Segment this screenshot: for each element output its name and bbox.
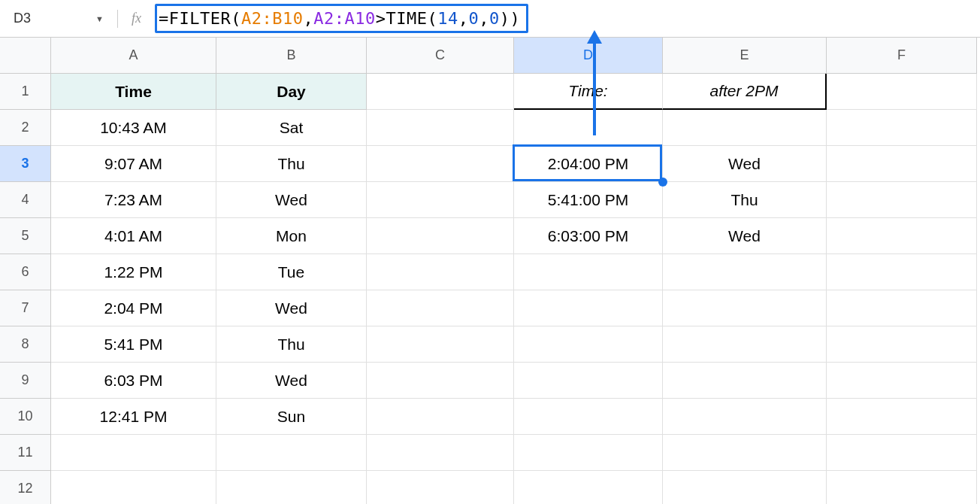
- cell-B7[interactable]: Wed: [216, 290, 367, 326]
- cell-C7[interactable]: [367, 290, 514, 326]
- row-header-9[interactable]: 9: [0, 363, 51, 399]
- cell-D11[interactable]: [514, 435, 663, 471]
- column-header-D[interactable]: D: [514, 38, 663, 74]
- row-header-6[interactable]: 6: [0, 254, 51, 290]
- cell-D8[interactable]: [514, 326, 663, 363]
- cell-D9[interactable]: [514, 363, 663, 399]
- cell-C1[interactable]: [367, 74, 514, 110]
- cell-A11[interactable]: [51, 435, 216, 471]
- cell-F10[interactable]: [827, 399, 977, 435]
- cell-D3[interactable]: 2:04:00 PM: [514, 146, 663, 182]
- formula-token: )): [500, 9, 521, 28]
- cell-A5[interactable]: 4:01 AM: [51, 218, 216, 254]
- cell-C8[interactable]: [367, 326, 514, 363]
- cell-D2[interactable]: [514, 110, 663, 146]
- cell-B6[interactable]: Tue: [216, 254, 367, 290]
- row-header-2[interactable]: 2: [0, 110, 51, 146]
- column-header-F[interactable]: F: [827, 38, 977, 74]
- cell-C6[interactable]: [367, 254, 514, 290]
- select-all-corner[interactable]: [0, 38, 51, 74]
- column-header-E[interactable]: E: [663, 38, 827, 74]
- cell-C5[interactable]: [367, 218, 514, 254]
- fill-handle[interactable]: [658, 178, 667, 187]
- name-box[interactable]: D3 ▼: [6, 5, 111, 32]
- cell-E2[interactable]: [663, 110, 827, 146]
- cell-D6[interactable]: [514, 254, 663, 290]
- cell-B12[interactable]: [216, 471, 367, 504]
- cell-B1[interactable]: Day: [216, 74, 367, 110]
- cell-B4[interactable]: Wed: [216, 182, 367, 218]
- row-header-4[interactable]: 4: [0, 182, 51, 218]
- row-header-5[interactable]: 5: [0, 218, 51, 254]
- cell-E7[interactable]: [663, 290, 827, 326]
- cell-C9[interactable]: [367, 363, 514, 399]
- column-header-A[interactable]: A: [51, 38, 216, 74]
- cell-F1[interactable]: [827, 74, 977, 110]
- row-header-3[interactable]: 3: [0, 146, 51, 182]
- cell-C12[interactable]: [367, 471, 514, 504]
- cell-B8[interactable]: Thu: [216, 326, 367, 363]
- cell-F5[interactable]: [827, 218, 977, 254]
- name-box-value: D3: [14, 11, 31, 26]
- row-header-7[interactable]: 7: [0, 290, 51, 326]
- cell-C10[interactable]: [367, 399, 514, 435]
- row-header-1[interactable]: 1: [0, 74, 51, 110]
- cell-A6[interactable]: 1:22 PM: [51, 254, 216, 290]
- cell-E6[interactable]: [663, 254, 827, 290]
- row-header-8[interactable]: 8: [0, 326, 51, 363]
- cell-A7[interactable]: 2:04 PM: [51, 290, 216, 326]
- toolbar: D3 ▼ fx =FILTER(A2:B10,A2:A10>TIME(14,0,…: [0, 0, 980, 38]
- row-header-12[interactable]: 12: [0, 471, 51, 504]
- cell-E9[interactable]: [663, 363, 827, 399]
- cells-area[interactable]: TimeDayTime:after 2PM10:43 AMSat9:07 AMT…: [51, 74, 977, 504]
- cell-A12[interactable]: [51, 471, 216, 504]
- cell-D12[interactable]: [514, 471, 663, 504]
- column-header-C[interactable]: C: [367, 38, 514, 74]
- cell-E4[interactable]: Thu: [663, 182, 827, 218]
- cell-D1[interactable]: Time:: [514, 74, 663, 110]
- cell-F4[interactable]: [827, 182, 977, 218]
- cell-D4[interactable]: 5:41:00 PM: [514, 182, 663, 218]
- cell-A8[interactable]: 5:41 PM: [51, 326, 216, 363]
- cell-E10[interactable]: [663, 399, 827, 435]
- row-header-11[interactable]: 11: [0, 435, 51, 471]
- cell-A9[interactable]: 6:03 PM: [51, 363, 216, 399]
- cell-E12[interactable]: [663, 471, 827, 504]
- cell-C11[interactable]: [367, 435, 514, 471]
- formula-token: ,: [479, 9, 489, 28]
- cell-D5[interactable]: 6:03:00 PM: [514, 218, 663, 254]
- cell-C3[interactable]: [367, 146, 514, 182]
- cell-A2[interactable]: 10:43 AM: [51, 110, 216, 146]
- cell-F3[interactable]: [827, 146, 977, 182]
- row-header-10[interactable]: 10: [0, 399, 51, 435]
- cell-B11[interactable]: [216, 435, 367, 471]
- formula-bar[interactable]: =FILTER(A2:B10,A2:A10>TIME(14,0,0)): [155, 5, 974, 32]
- cell-B10[interactable]: Sun: [216, 399, 367, 435]
- cell-B9[interactable]: Wed: [216, 363, 367, 399]
- cell-E5[interactable]: Wed: [663, 218, 827, 254]
- cell-E1[interactable]: after 2PM: [663, 74, 827, 110]
- cell-E8[interactable]: [663, 326, 827, 363]
- cell-A10[interactable]: 12:41 PM: [51, 399, 216, 435]
- cell-A4[interactable]: 7:23 AM: [51, 182, 216, 218]
- cell-B2[interactable]: Sat: [216, 110, 367, 146]
- cell-E3[interactable]: Wed: [663, 146, 827, 182]
- cell-D7[interactable]: [514, 290, 663, 326]
- cell-F7[interactable]: [827, 290, 977, 326]
- cell-F6[interactable]: [827, 254, 977, 290]
- cell-F12[interactable]: [827, 471, 977, 504]
- cell-A1[interactable]: Time: [51, 74, 216, 110]
- cell-B3[interactable]: Thu: [216, 146, 367, 182]
- cell-C4[interactable]: [367, 182, 514, 218]
- cell-A3[interactable]: 9:07 AM: [51, 146, 216, 182]
- dropdown-icon[interactable]: ▼: [95, 14, 104, 23]
- cell-B5[interactable]: Mon: [216, 218, 367, 254]
- cell-E11[interactable]: [663, 435, 827, 471]
- cell-F2[interactable]: [827, 110, 977, 146]
- cell-F11[interactable]: [827, 435, 977, 471]
- cell-C2[interactable]: [367, 110, 514, 146]
- column-header-B[interactable]: B: [216, 38, 367, 74]
- cell-F9[interactable]: [827, 363, 977, 399]
- cell-F8[interactable]: [827, 326, 977, 363]
- cell-D10[interactable]: [514, 399, 663, 435]
